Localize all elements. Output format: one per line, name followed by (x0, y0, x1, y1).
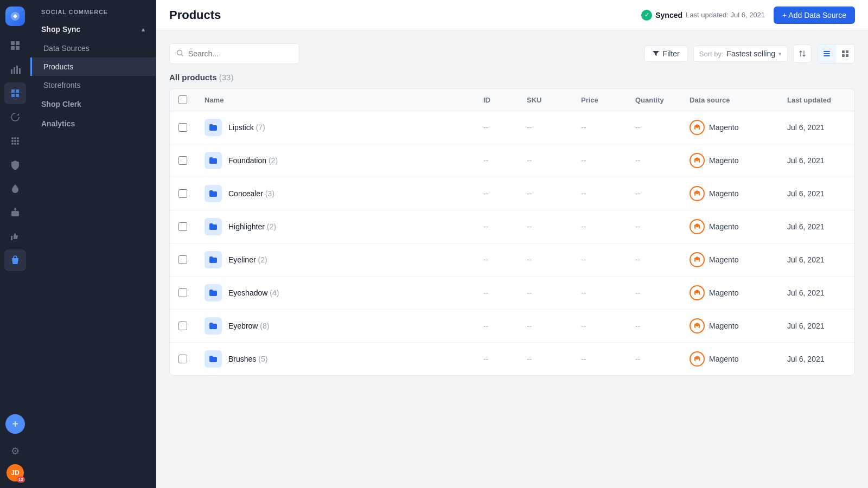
select-all-checkbox[interactable] (178, 95, 187, 104)
folder-icon (205, 218, 222, 235)
row-checkbox-2[interactable] (178, 189, 187, 198)
table-row: Highlighter (2) -- -- -- -- Magento Jul … (170, 210, 854, 243)
product-count: (7) (256, 123, 265, 132)
svg-rect-8 (19, 68, 21, 74)
row-checkbox-4[interactable] (178, 255, 187, 264)
nav-icon-analytics[interactable] (4, 59, 26, 80)
user-avatar[interactable]: JD 12 (7, 464, 24, 481)
global-add-button[interactable]: + (5, 414, 25, 434)
product-name: Highlighter (2) (228, 222, 276, 231)
nav-icon-dashboard[interactable] (4, 35, 26, 56)
row-price-cell: -- (572, 144, 627, 177)
row-sku-cell: -- (518, 277, 572, 310)
svg-point-13 (14, 140, 16, 142)
row-checkbox-cell[interactable] (170, 310, 196, 343)
grid-view-button[interactable] (836, 44, 854, 63)
row-checkbox-cell[interactable] (170, 144, 196, 177)
sort-value: Fastest selling (727, 49, 775, 58)
add-data-source-button[interactable]: + Add Data Source (774, 7, 855, 24)
app-logo[interactable] (5, 7, 25, 26)
filter-label: Filter (663, 49, 680, 58)
svg-rect-1 (11, 41, 15, 45)
folder-icon (205, 284, 222, 301)
row-checkbox-cell[interactable] (170, 243, 196, 277)
settings-icon[interactable]: ⚙ (4, 440, 26, 462)
svg-point-22 (15, 208, 16, 210)
col-header-sku: SKU (518, 89, 572, 111)
sidebar-item-data-sources[interactable]: Data Sources (30, 39, 156, 57)
row-checkbox-6[interactable] (178, 322, 187, 330)
nav-icon-drops[interactable] (4, 178, 26, 200)
synced-icon: ✓ (641, 10, 652, 21)
nav-icon-thumb[interactable] (4, 226, 26, 247)
row-checkbox-7[interactable] (178, 355, 187, 363)
row-checkbox-cell[interactable] (170, 277, 196, 310)
sidebar-item-storefronts[interactable]: Storefronts (30, 76, 156, 94)
svg-point-17 (17, 143, 19, 145)
nav-icon-products[interactable] (4, 82, 26, 104)
row-name-cell[interactable]: Eyebrow (8) (196, 310, 475, 343)
svg-rect-2 (16, 41, 20, 45)
row-checkbox-cell[interactable] (170, 343, 196, 376)
row-name-cell[interactable]: Foundation (2) (196, 144, 475, 177)
row-checkbox-1[interactable] (178, 156, 187, 165)
row-name-cell[interactable]: Concealer (3) (196, 177, 475, 210)
sort-toggle-button[interactable] (793, 44, 812, 63)
row-updated-cell: Jul 6, 2021 (778, 310, 854, 343)
sidebar-item-shop-clerk[interactable]: Shop Clerk (30, 94, 156, 114)
col-header-quantity: Quantity (627, 89, 681, 111)
nav-icon-robot[interactable] (4, 202, 26, 223)
nav-icon-sync[interactable] (4, 106, 26, 128)
row-quantity-cell: -- (627, 111, 681, 144)
shop-sync-group[interactable]: Shop Sync ▴ (30, 20, 156, 39)
col-header-updated: Last updated (778, 89, 854, 111)
filter-button[interactable]: Filter (644, 46, 688, 62)
sort-select[interactable]: Sort by: Fastest selling ▾ (693, 46, 788, 62)
row-checkbox-3[interactable] (178, 222, 187, 231)
table-header-row: Name ID SKU Price Quantity Data source L… (170, 89, 854, 111)
row-name-cell[interactable]: Eyeliner (2) (196, 243, 475, 277)
svg-point-16 (14, 143, 16, 145)
toolbar-right: Filter Sort by: Fastest selling ▾ (644, 44, 855, 63)
row-sku-cell: -- (518, 210, 572, 243)
nav-icon-shield[interactable] (4, 154, 26, 176)
row-checkbox-cell[interactable] (170, 177, 196, 210)
row-name-cell[interactable]: Lipstick (7) (196, 111, 475, 144)
col-header-price: Price (572, 89, 627, 111)
select-all-header[interactable] (170, 89, 196, 111)
sidebar-item-analytics[interactable]: Analytics (30, 114, 156, 133)
row-id-cell: -- (475, 310, 518, 343)
row-checkbox-cell[interactable] (170, 111, 196, 144)
product-count: (3) (265, 189, 275, 198)
source-name: Magento (709, 288, 738, 297)
col-header-name: Name (196, 89, 475, 111)
folder-icon (205, 350, 222, 368)
row-checkbox-5[interactable] (178, 288, 187, 297)
row-checkbox-0[interactable] (178, 123, 187, 132)
row-checkbox-cell[interactable] (170, 210, 196, 243)
nav-icon-bag[interactable] (4, 249, 26, 271)
product-count: (2) (269, 156, 278, 165)
row-name-cell[interactable]: Brushes (5) (196, 343, 475, 376)
product-name: Eyeshadow (4) (228, 288, 279, 297)
list-view-button[interactable] (818, 44, 836, 63)
section-title-text: All products (169, 73, 217, 82)
row-quantity-cell: -- (627, 210, 681, 243)
row-id-cell: -- (475, 343, 518, 376)
folder-icon (205, 317, 222, 335)
row-name-cell[interactable]: Eyeshadow (4) (196, 277, 475, 310)
svg-rect-4 (16, 46, 20, 50)
svg-rect-20 (16, 213, 17, 214)
source-name: Magento (709, 156, 738, 165)
sidebar-item-products[interactable]: Products (30, 57, 156, 76)
row-name-cell[interactable]: Highlighter (2) (196, 210, 475, 243)
search-input[interactable] (188, 49, 292, 58)
magento-icon (690, 186, 705, 201)
chevron-up-icon: ▴ (142, 25, 145, 33)
row-id-cell: -- (475, 177, 518, 210)
svg-rect-18 (11, 211, 19, 216)
table-row: Eyeshadow (4) -- -- -- -- Magento Jul 6,… (170, 277, 854, 310)
row-source-cell: Magento (681, 310, 778, 343)
row-updated-cell: Jul 6, 2021 (778, 210, 854, 243)
nav-icon-grid[interactable] (4, 130, 26, 152)
